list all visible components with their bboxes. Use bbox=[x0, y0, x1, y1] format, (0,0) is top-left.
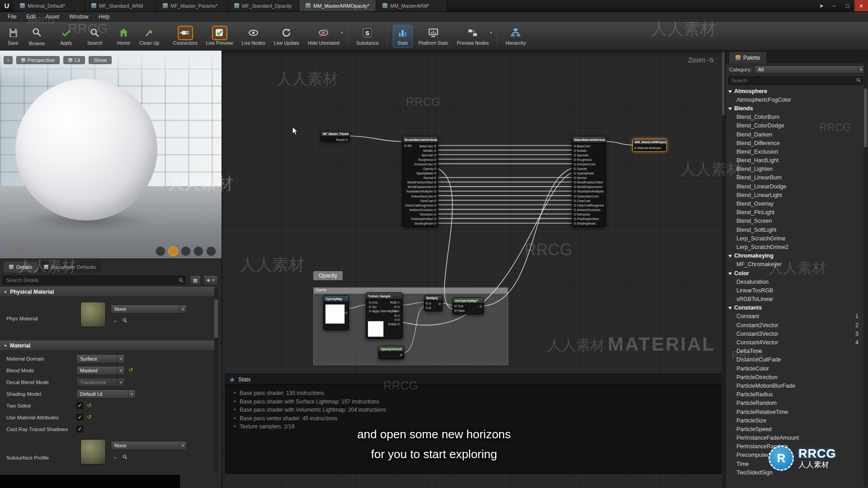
blend-mode-dropdown[interactable]: Masked bbox=[76, 366, 125, 375]
menu-item[interactable]: Asset bbox=[41, 14, 64, 20]
input-pin[interactable]: False bbox=[454, 309, 482, 313]
send-icon[interactable] bbox=[816, 0, 827, 11]
view-options-button[interactable] bbox=[203, 275, 218, 285]
input-pin[interactable]: ClearCoatRoughness bbox=[574, 203, 604, 207]
input-pin[interactable]: True bbox=[454, 304, 482, 309]
substance-button[interactable]: S Substance bbox=[354, 25, 381, 47]
palette-item[interactable]: Color bbox=[726, 269, 864, 277]
phys-material-thumbnail[interactable] bbox=[80, 302, 106, 327]
output-pin[interactable]: A bbox=[388, 318, 400, 322]
output-pin[interactable]: G bbox=[388, 309, 400, 314]
details-search-input[interactable] bbox=[3, 276, 185, 285]
live-preview-toggle[interactable]: Live Preview bbox=[204, 25, 236, 47]
output-pin[interactable]: PixelDepthOffset bbox=[404, 217, 436, 221]
menu-item[interactable]: Help bbox=[94, 14, 115, 20]
palette-item[interactable]: Atmosphere bbox=[726, 87, 864, 95]
palette-item[interactable]: LinearTosRGB bbox=[726, 286, 864, 295]
sphere-preview-button[interactable] bbox=[168, 246, 178, 256]
output-pin[interactable]: R bbox=[388, 305, 400, 310]
palette-item[interactable]: Blend_SoftLight bbox=[726, 225, 864, 234]
home-button[interactable]: Home bbox=[114, 25, 133, 47]
palette-item[interactable]: Blend_PinLight bbox=[726, 208, 864, 217]
palette-item[interactable]: Constant4Vector 4 bbox=[726, 338, 864, 347]
palette-item[interactable]: Blend_Difference bbox=[726, 139, 864, 147]
palette-item[interactable]: ParticleDirection bbox=[726, 373, 864, 381]
asset-tab[interactable]: MF_Master_Params* bbox=[156, 0, 228, 11]
palette-item[interactable]: Desaturation bbox=[726, 277, 864, 286]
show-button[interactable]: Show bbox=[89, 56, 112, 64]
material-graph[interactable]: Zoom -5 MATERIAL Opacity Opacity MF_Mast… bbox=[222, 51, 725, 488]
palette-item[interactable]: Constants bbox=[726, 304, 864, 312]
palette-item[interactable]: Blend_ColorDodge bbox=[726, 122, 864, 130]
output-pin[interactable] bbox=[345, 312, 347, 314]
platform-stats-toggle[interactable]: Platform Stats bbox=[416, 25, 451, 47]
output-pin[interactable]: ClearCoatRoughness bbox=[404, 203, 436, 207]
node-use-opacity-map-switch[interactable]: UseOpacityMap? TrueFalse bbox=[453, 297, 484, 314]
apply-button[interactable]: Apply bbox=[57, 25, 75, 47]
live-update-toggle[interactable]: Live Update bbox=[272, 25, 302, 47]
preview-viewport[interactable]: Perspective Lit Show Z x bbox=[0, 51, 222, 258]
node-make-material-attributes[interactable]: MakeMaterialAttributes BaseColorMetallic… bbox=[572, 136, 606, 227]
palette-item[interactable]: Blend_Lighten bbox=[726, 165, 864, 174]
lit-button[interactable]: Lit bbox=[63, 56, 85, 64]
output-pin[interactable]: RGB bbox=[388, 300, 400, 305]
shading-model-dropdown[interactable]: Default Lit bbox=[76, 389, 136, 399]
minimize-button[interactable] bbox=[827, 0, 841, 11]
palette-item[interactable]: Blend_Screen bbox=[726, 217, 864, 225]
palette-item[interactable]: Lerp_ScratchGrime bbox=[726, 234, 864, 243]
output-pin[interactable]: Result bbox=[322, 137, 348, 142]
node-material-result[interactable]: MM_MasterARMOpacity Material Attributes bbox=[632, 139, 667, 152]
property-matrix-button[interactable] bbox=[190, 275, 201, 285]
input-pin[interactable]: Opacity bbox=[574, 166, 604, 171]
maximize-button[interactable] bbox=[841, 0, 854, 11]
browse-to-asset-icon[interactable] bbox=[122, 318, 127, 323]
output-pin[interactable]: WorldDisplacement bbox=[404, 185, 436, 189]
input-pin[interactable]: ShadingModel bbox=[574, 221, 604, 226]
palette-item[interactable]: Blend_Overlay bbox=[726, 199, 864, 208]
palette-scrollbar-thumb[interactable] bbox=[864, 89, 867, 147]
output-pin[interactable] bbox=[439, 303, 441, 305]
output-pin[interactable]: Opacity bbox=[404, 166, 436, 171]
tab-parameter-defaults[interactable]: Parameter Defaults bbox=[38, 262, 101, 272]
graph-scrollbar-thumb[interactable] bbox=[722, 52, 725, 116]
output-pin[interactable]: Specular bbox=[404, 153, 436, 157]
two-sided-checkbox[interactable] bbox=[76, 402, 83, 409]
node-multiply[interactable]: Multiply AB bbox=[424, 295, 443, 311]
save-button[interactable]: Save bbox=[4, 25, 23, 47]
palette-item[interactable]: Lerp_ScratchGrime2 bbox=[726, 243, 864, 251]
menu-item[interactable]: File bbox=[3, 14, 21, 20]
asset-tab[interactable]: Minimal_Default* bbox=[14, 0, 85, 11]
category-dropdown[interactable]: All bbox=[755, 66, 865, 74]
node-break-material-attributes[interactable]: BreakMaterialAttributes Attr BaseColorMe… bbox=[402, 136, 438, 227]
input-pin[interactable]: Metallic bbox=[574, 148, 604, 153]
reset-to-default-icon[interactable] bbox=[87, 402, 91, 408]
input-pin[interactable]: AmbientOcclusion bbox=[574, 207, 604, 212]
asset-tab[interactable]: MF_Standard_ARM bbox=[85, 0, 156, 11]
output-pin[interactable]: EmissiveColor bbox=[404, 162, 436, 166]
output-pin[interactable]: WorldPositionOffset bbox=[404, 180, 436, 185]
connectors-toggle[interactable]: Connectors bbox=[171, 25, 200, 47]
section-physical-material[interactable]: Physical Material bbox=[0, 287, 218, 297]
palette-item[interactable]: ParticleColor bbox=[726, 364, 864, 373]
palette-item[interactable]: Constant2Vector 2 bbox=[726, 321, 864, 329]
preview-nodes-button[interactable]: Preview Nodes bbox=[455, 25, 491, 47]
graph-scrollbar-track[interactable] bbox=[722, 51, 725, 488]
section-material[interactable]: Material bbox=[0, 341, 218, 351]
input-pin[interactable]: Normal bbox=[574, 176, 604, 180]
output-pin[interactable]: B bbox=[388, 314, 400, 318]
tab-details[interactable]: Details bbox=[4, 262, 38, 272]
palette-search-input[interactable] bbox=[728, 76, 863, 85]
palette-item[interactable]: Constant3Vector 3 bbox=[726, 329, 864, 338]
output-pin[interactable]: ClearCoat bbox=[404, 198, 436, 203]
cube-preview-button[interactable] bbox=[193, 246, 203, 256]
cylinder-preview-button[interactable] bbox=[156, 246, 165, 256]
output-pin[interactable]: AmbientOcclusion bbox=[404, 207, 436, 212]
palette-item[interactable]: ParticleMotionBlurFade bbox=[726, 381, 864, 390]
output-pin[interactable]: ShadingModel bbox=[404, 221, 436, 226]
phys-material-dropdown[interactable]: None bbox=[111, 305, 187, 314]
input-pin[interactable]: SubsurfaceColor bbox=[574, 194, 604, 198]
input-pin[interactable]: PixelDepthOffset bbox=[574, 217, 604, 221]
reset-to-default-icon[interactable] bbox=[87, 414, 91, 420]
palette-item[interactable]: sRGBToLinear bbox=[726, 295, 864, 304]
input-pin[interactable]: BaseColor bbox=[574, 144, 604, 148]
